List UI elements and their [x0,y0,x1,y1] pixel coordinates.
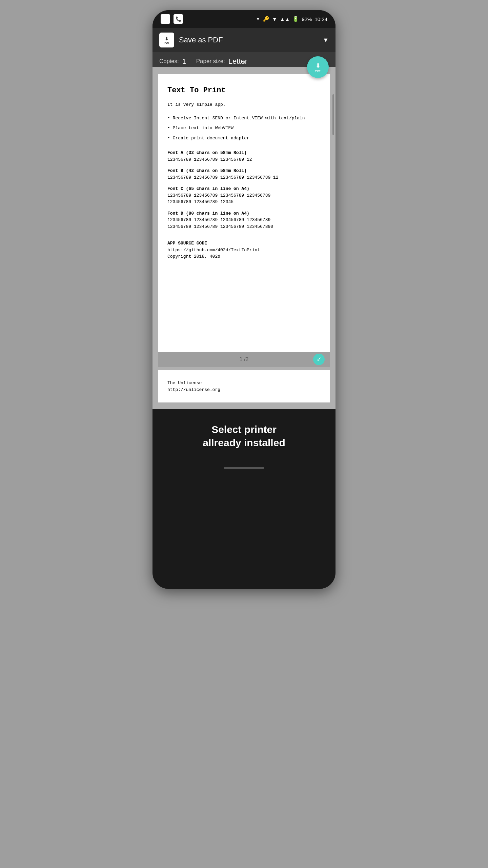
document-area: Text To Print It is very simple app. Rec… [152,67,336,409]
phone-container: 🖼 📞 ✦ 🔑 ▼ ▲▲ 🔋 92% 10:24 ⬇ PDF Save as P… [152,10,336,589]
photo-icon: 🖼 [161,14,170,24]
page2-line1: The Unlicense [167,380,321,387]
font-b-chars: 123456789 123456789 123456789 123456789 … [167,174,321,181]
page-check-icon: ✓ [313,354,325,365]
bluetooth-icon: ✦ [256,16,260,22]
paper-size-section: Paper size: Letter [196,57,247,66]
copies-section: Copies: 1 [159,58,186,65]
source-copyright: Copyright 2018, 402d [167,253,321,260]
font-d-title: Font D (80 chars in line on A4) [167,210,321,217]
page-2: The Unlicense http://unlicense.org [158,370,330,402]
status-bar: 🖼 📞 ✦ 🔑 ▼ ▲▲ 🔋 92% 10:24 [152,10,336,28]
page-indicator-bar: 1 /2 ✓ [158,352,330,367]
caption-line1: Select printer [211,424,277,435]
printer-dropdown-arrow[interactable]: ▼ [323,37,329,44]
pdf-label: PDF [164,41,170,44]
document-intro: It is very simple app. [167,101,321,108]
nav-bar [152,459,336,476]
key-icon: 🔑 [263,16,269,22]
download-icon: ⬇ [165,36,169,41]
caption-text: Select printer allready installed [159,423,329,449]
battery-icon: 🔋 [292,16,299,22]
font-d-chars: 123456789 123456789 123456789 1234567891… [167,217,321,230]
page-1: Text To Print It is very simple app. Rec… [158,74,330,352]
font-a-chars: 123456789 123456789 123456789 12 [167,156,321,163]
copies-label: Copies: [159,58,179,65]
font-c-title: Font C (65 chars in line on A4) [167,185,321,192]
page-number: 1 /2 [175,356,313,362]
source-section: APP SOURCE CODE https://github.com/402d/… [167,240,321,260]
scroll-indicator[interactable] [332,94,334,135]
list-item: Place text into WebVIEW [167,125,321,132]
font-c-section: Font C (65 chars in line on A4) 12345678… [167,185,321,205]
page2-line2: http://unlicense.org [167,387,321,393]
document-title: Text To Print [167,85,321,96]
print-title: Save as PDF [179,36,318,44]
font-d-section: Font D (80 chars in line on A4) 12345678… [167,210,321,230]
signal-icon: ▲▲ [280,16,290,22]
paper-size-label: Paper size: [196,58,225,65]
fab-download-icon: ⬇ [316,62,321,70]
fab-pdf-label: PDF [315,70,321,72]
source-title: APP SOURCE CODE [167,240,321,247]
font-b-section: Font B (42 chars on 58mm Roll) 123456789… [167,167,321,181]
status-left-icons: 🖼 📞 [161,14,183,24]
copies-value[interactable]: 1 [182,58,186,65]
font-a-section: Font A (32 chars on 58mm Roll) 123456789… [167,150,321,163]
clock: 10:24 [314,16,327,22]
caption-line2: allready installed [203,437,285,448]
font-c-chars: 123456789 123456789 123456789 1234567891… [167,192,321,205]
save-pdf-fab[interactable]: ⬇ PDF [307,56,329,78]
home-indicator[interactable] [224,467,264,469]
bullet-list: Receive Intent.SEND or Intent.VIEW with … [167,115,321,142]
pdf-icon-box: ⬇ PDF [159,33,174,47]
status-right-info: ✦ 🔑 ▼ ▲▲ 🔋 92% 10:24 [256,16,327,22]
source-url: https://github.com/402d/TextToPrint [167,247,321,254]
expand-options-arrow[interactable]: ▾ [243,58,246,66]
list-item: Create print document adapter [167,135,321,142]
wifi-icon: ▼ [272,16,277,22]
bottom-caption: Select printer allready installed [152,409,336,459]
list-item: Receive Intent.SEND or Intent.VIEW with … [167,115,321,122]
document-wrapper: ⬇ PDF Text To Print It is very simple ap… [152,67,336,409]
font-a-title: Font A (32 chars on 58mm Roll) [167,150,321,156]
battery-percent: 92% [302,16,312,22]
font-b-title: Font B (42 chars on 58mm Roll) [167,167,321,174]
phone-icon: 📞 [174,14,183,24]
print-header: ⬇ PDF Save as PDF ▼ [152,28,336,52]
